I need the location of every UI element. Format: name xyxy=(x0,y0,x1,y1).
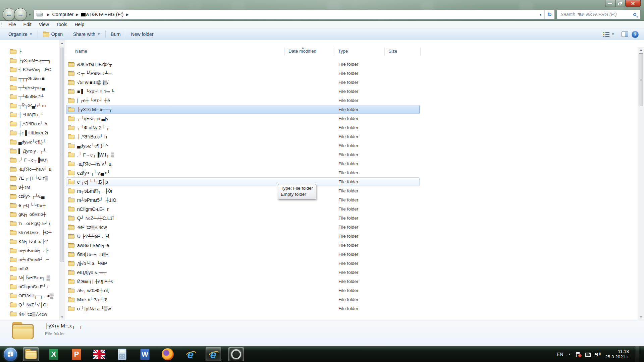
taskbar-powerpoint-button[interactable]: P xyxy=(69,347,84,361)
organize-button[interactable]: Organize▼ xyxy=(5,30,36,39)
forward-button[interactable]: → xyxy=(14,8,27,21)
file-list-scrollbar[interactable]: ▲ ▼ xyxy=(638,47,644,320)
taskbar-calculator-button[interactable] xyxy=(114,347,130,361)
language-indicator[interactable]: EN xyxy=(557,352,563,357)
table-row[interactable]: дj√o└l э. └MPFile folder xyxy=(66,259,420,268)
sidebar-folder-item[interactable]: ├уХтяМ−.x┬─┐ xyxy=(10,56,51,65)
sidebar-folder-item[interactable]: m┴эPmм5┘ .─ xyxy=(10,255,49,264)
table-row[interactable]: &ЖЪты ПF.ф2┬File folder xyxy=(66,60,420,69)
sidebar-folder-item[interactable]: ※t┘'cz▒√.4cw xyxy=(10,309,47,318)
sidebar-scroll-thumb[interactable] xyxy=(60,48,64,262)
address-dropdown-icon[interactable]: ▼ xyxy=(536,10,544,19)
column-header-date-modified[interactable]: Date modified xyxy=(288,49,316,54)
scroll-down-icon[interactable]: ▼ xyxy=(638,314,644,320)
table-row[interactable]: aw8&TЪэл.┐ eFile folder xyxy=(66,241,420,250)
burn-button[interactable]: Burn xyxy=(107,30,124,39)
table-row[interactable]: U ├?┴┴※┘. ├fFile folder xyxy=(66,232,420,241)
restore-button[interactable] xyxy=(615,0,625,7)
column-divider[interactable] xyxy=(334,48,334,56)
close-button[interactable]: ✕ xyxy=(625,0,641,7)
taskbar-explorer-button[interactable] xyxy=(23,347,39,361)
sidebar-folder-item[interactable]: ┬┴qЬ<i┬ю.▄ xyxy=(10,83,45,92)
sidebar-folder-item[interactable]: .┘ Г→c┬▐W.f┐ xyxy=(10,156,50,165)
table-row[interactable]: m┬эЬmйї┐ . ├0rFile folder xyxy=(66,186,420,195)
table-row[interactable]: бп8|↕6═┐ .u▒┐File folder xyxy=(66,250,420,259)
scroll-up-icon[interactable]: ▲ xyxy=(638,47,644,53)
sidebar-folder-item[interactable]: ┬┴Фпf№.2┴ xyxy=(10,92,44,101)
column-divider[interactable] xyxy=(420,48,421,56)
table-row[interactable]: ├уХтя М−.x┬─┬File folder xyxy=(66,105,420,114)
sidebar-folder-item[interactable]: ┼,^Э°iBo.c┘ h xyxy=(10,119,47,128)
table-row[interactable]: ┬┴Ф пf№.2┴ ┌File folder xyxy=(66,123,420,132)
column-header-name[interactable]: Name xyxy=(75,49,87,54)
menu-file[interactable]: File xyxy=(5,21,20,28)
address-bar[interactable]: ▶ Computer ▶ w↑&KЪч+ЯG (F:) ▶ ▼ ↻ xyxy=(34,10,555,19)
breadcrumb-chevron-icon[interactable]: ▶ xyxy=(45,12,52,17)
sidebar-folder-item[interactable]: kh7vЦжю·. ├C┴ xyxy=(10,228,52,237)
table-row[interactable]: < ┬ └\P9№.↕┴═File folder xyxy=(66,69,420,78)
sidebar-scrollbar[interactable]: ▲ ▼ xyxy=(59,40,65,320)
table-row[interactable]: m┴эPmм5┘ .┼1ЮFile folder xyxy=(66,195,420,204)
sidebar-folder-item[interactable]: ┬┬┬Эьійю.■ xyxy=(10,74,45,83)
recent-pages-chevron-icon[interactable]: ▼ xyxy=(28,13,32,16)
search-input[interactable]: Search ◥w↑&KЪч+ЯG (F:) xyxy=(557,10,641,19)
start-button[interactable] xyxy=(3,347,18,362)
list-scroll-thumb[interactable] xyxy=(639,53,643,106)
table-row[interactable]: ёЩДjуо ь.-═┬File folder xyxy=(66,268,420,277)
minimize-button[interactable] xyxy=(605,0,615,7)
table-row[interactable]: ┬┴qЬ<i┬ю.▄|yFile folder xyxy=(66,114,420,123)
table-row[interactable]: nCЇlgmЄн.E┘ гFile folder xyxy=(66,204,420,214)
sidebar-folder-item[interactable]: N╡ Їw•fBк.c┐ ▒ xyxy=(10,273,50,282)
table-row[interactable]: ※t┘'cz▒√.4cwFile folder xyxy=(66,223,420,232)
taskbar-word-button[interactable]: W xyxy=(137,347,153,361)
new-folder-button[interactable]: New folder xyxy=(127,30,157,39)
menu-help[interactable]: Help xyxy=(71,21,88,28)
table-row[interactable]: e ┌є| └└т.Б┼pFile folder xyxy=(66,177,420,186)
sidebar-folder-item[interactable]: ▄dyыz┴c¶.)┴ xyxy=(10,137,46,146)
sidebar-folder-item[interactable]: ┼ ^Ш8jТп.-┘ xyxy=(10,110,44,119)
taskbar-media-player-button[interactable] xyxy=(228,347,244,361)
breadcrumb-computer[interactable]: Computer xyxy=(52,12,73,17)
breadcrumb-chevron-icon[interactable]: ▶ xyxy=(123,12,131,17)
column-divider[interactable] xyxy=(284,48,285,56)
sidebar-folder-item[interactable]: ·щГЯc—hs.v┘ ц xyxy=(10,165,51,174)
sidebar-folder-item[interactable]: KN┐ tvзf·.к ├? xyxy=(10,237,48,246)
refresh-icon[interactable]: ↻ xyxy=(544,10,554,19)
table-row[interactable]: Mxe·л└?a.┴0\File folder xyxy=(66,295,420,304)
taskbar-language-flag-button[interactable] xyxy=(92,347,107,361)
sidebar-folder-item[interactable]: 7E ┌ | ї └G.т▒ xyxy=(10,174,48,183)
show-hidden-icons-button[interactable]: ▲ xyxy=(568,353,571,356)
column-header-size[interactable]: Size xyxy=(388,49,397,54)
column-header-type[interactable]: Type xyxy=(338,49,348,54)
taskbar-excel-button[interactable]: X xyxy=(46,347,61,361)
sidebar-folder-item[interactable]: czйy> ┌┴v.▄ xyxy=(10,192,45,201)
show-desktop-button[interactable] xyxy=(636,346,639,362)
sidebar-folder-item[interactable]: mїэ3 xyxy=(10,264,28,273)
sidebar-folder-item[interactable]: 'h→оЛ<gQ.ъ┘ ( xyxy=(10,219,51,228)
taskbar-firefox-button[interactable] xyxy=(160,347,175,361)
action-center-icon[interactable]: × xyxy=(576,352,580,357)
sidebar-folder-item[interactable]: ▌ Дуrz·y . ┌┴ xyxy=(10,146,46,156)
sidebar-folder-item[interactable]: m┬эЬmйї┐ . ├ xyxy=(10,246,48,255)
share-with-button[interactable]: Share with▼ xyxy=(69,30,104,39)
table-row[interactable]: | ┌є┼ └Sт.┘ ┼ёFile folder xyxy=(66,96,420,105)
table-row[interactable]: ┼,^Э°iBo.c┘ hFile folder xyxy=(66,132,420,141)
menu-edit[interactable]: Edit xyxy=(20,21,35,28)
scroll-down-icon[interactable]: ▼ xyxy=(59,314,65,320)
taskbar-internet-explorer-2-button[interactable]: e xyxy=(206,347,221,361)
table-row[interactable]: ·щГЯc—hs.v┘ цFile folder xyxy=(66,159,420,168)
table-row[interactable]: ■ ▌ └xp:┘ ‼.1═ └File folder xyxy=(66,87,420,96)
breadcrumb-drive[interactable]: w↑&KЪч+ЯG (F:) xyxy=(81,12,124,17)
sidebar-folder-item[interactable]: ┬Ў┬Ж▄b┘ ш xyxy=(10,101,46,110)
help-button[interactable]: ? xyxy=(632,31,639,38)
table-row[interactable]: √5Гw!■Ш@.j▒/File folder xyxy=(66,78,420,87)
change-view-button[interactable]: ▼ xyxy=(599,30,618,39)
sidebar-folder-item[interactable]: gKj┐ обмт.¤┼ xyxy=(10,210,46,219)
preview-pane-button[interactable] xyxy=(622,32,628,37)
table-row[interactable]: Q┘ №Z┴√┼C.L1їFile folder xyxy=(66,214,420,223)
volume-icon[interactable]: )) xyxy=(595,352,600,357)
clock[interactable]: 11:18 25.3.2021 г. xyxy=(605,349,630,360)
sidebar-folder-item[interactable]: ├ xyxy=(10,47,22,56)
table-row[interactable]: czйy> ┌┴v.▄>┘File folder xyxy=(66,168,420,177)
table-row[interactable]: л5┐ w0>Ф┼.ol,File folder xyxy=(66,286,420,295)
